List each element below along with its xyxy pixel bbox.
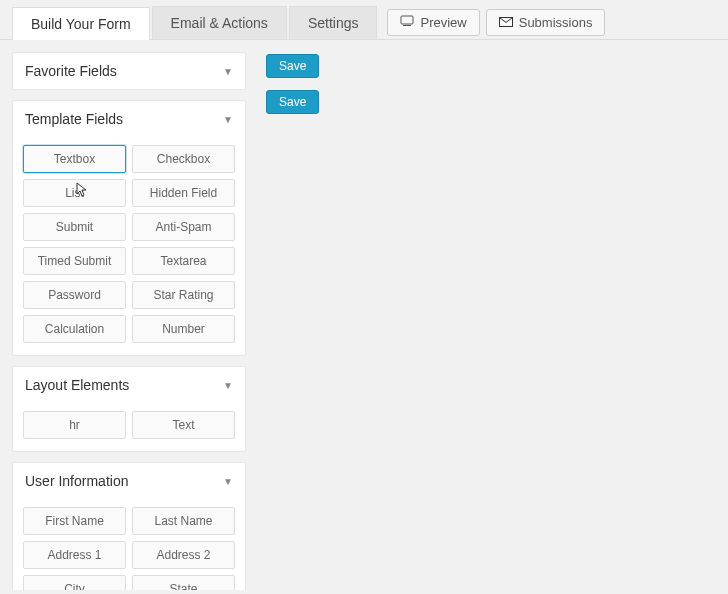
user-field-grid: First Name Last Name Address 1 Address 2… — [23, 507, 235, 590]
chevron-down-icon: ▼ — [223, 66, 233, 77]
panel-header-favorite[interactable]: Favorite Fields ▼ — [13, 53, 245, 89]
preview-button[interactable]: Preview — [387, 9, 479, 36]
svg-rect-1 — [403, 25, 411, 26]
panel-header-layout[interactable]: Layout Elements ▼ — [13, 367, 245, 403]
panel-title: User Information — [25, 473, 128, 489]
field-city[interactable]: City — [23, 575, 126, 590]
sidebar: Favorite Fields ▼ Template Fields ▼ Text… — [12, 52, 246, 578]
template-field-grid: Textbox Checkbox List Hidden Field Submi… — [23, 145, 235, 343]
field-anti-spam[interactable]: Anti-Spam — [132, 213, 235, 241]
tabs-row: Build Your Form Email & Actions Settings… — [0, 0, 728, 40]
field-textbox[interactable]: Textbox — [23, 145, 126, 173]
field-hr[interactable]: hr — [23, 411, 126, 439]
form-canvas: Save Save — [266, 52, 319, 578]
panel-title: Favorite Fields — [25, 63, 117, 79]
field-address-2[interactable]: Address 2 — [132, 541, 235, 569]
save-button[interactable]: Save — [266, 54, 319, 78]
field-text[interactable]: Text — [132, 411, 235, 439]
field-calculation[interactable]: Calculation — [23, 315, 126, 343]
field-submit[interactable]: Submit — [23, 213, 126, 241]
panel-title: Template Fields — [25, 111, 123, 127]
panel-layout-elements: Layout Elements ▼ hr Text — [12, 366, 246, 452]
submissions-label: Submissions — [519, 15, 593, 30]
save-button[interactable]: Save — [266, 90, 319, 114]
preview-label: Preview — [420, 15, 466, 30]
submissions-button[interactable]: Submissions — [486, 9, 606, 36]
tab-email-actions[interactable]: Email & Actions — [152, 6, 287, 39]
field-address-1[interactable]: Address 1 — [23, 541, 126, 569]
field-hidden[interactable]: Hidden Field — [132, 179, 235, 207]
field-password[interactable]: Password — [23, 281, 126, 309]
field-last-name[interactable]: Last Name — [132, 507, 235, 535]
chevron-down-icon: ▼ — [223, 114, 233, 125]
panel-header-template[interactable]: Template Fields ▼ — [13, 101, 245, 137]
tab-build[interactable]: Build Your Form — [12, 7, 150, 40]
field-state[interactable]: State — [132, 575, 235, 590]
field-star-rating[interactable]: Star Rating — [132, 281, 235, 309]
panel-header-user[interactable]: User Information ▼ — [13, 463, 245, 499]
tab-settings[interactable]: Settings — [289, 6, 378, 39]
field-first-name[interactable]: First Name — [23, 507, 126, 535]
preview-icon — [400, 15, 414, 30]
field-timed-submit[interactable]: Timed Submit — [23, 247, 126, 275]
main: Favorite Fields ▼ Template Fields ▼ Text… — [0, 40, 728, 590]
panel-template-fields: Template Fields ▼ Textbox Checkbox List … — [12, 100, 246, 356]
svg-rect-0 — [401, 16, 413, 24]
top-actions: Preview Submissions — [387, 9, 605, 36]
field-list[interactable]: List — [23, 179, 126, 207]
panel-favorite-fields: Favorite Fields ▼ — [12, 52, 246, 90]
field-textarea[interactable]: Textarea — [132, 247, 235, 275]
chevron-down-icon: ▼ — [223, 380, 233, 391]
panel-user-information: User Information ▼ First Name Last Name … — [12, 462, 246, 590]
field-checkbox[interactable]: Checkbox — [132, 145, 235, 173]
envelope-icon — [499, 15, 513, 30]
chevron-down-icon: ▼ — [223, 476, 233, 487]
panel-title: Layout Elements — [25, 377, 129, 393]
layout-field-grid: hr Text — [23, 411, 235, 439]
field-number[interactable]: Number — [132, 315, 235, 343]
